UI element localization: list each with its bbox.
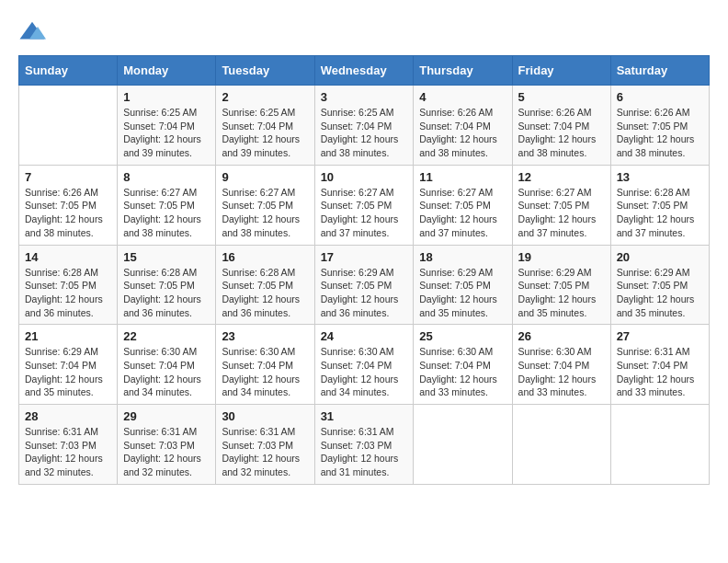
day-number: 18: [419, 250, 506, 264]
day-number: 23: [222, 329, 308, 343]
day-number: 24: [321, 329, 408, 343]
day-number: 19: [518, 250, 605, 264]
day-number: 20: [617, 250, 703, 264]
cell-content: Sunrise: 6:28 AMSunset: 7:05 PMDaylight:…: [123, 266, 210, 320]
day-number: 9: [222, 170, 308, 184]
calendar-cell: 22Sunrise: 6:30 AMSunset: 7:04 PMDayligh…: [118, 325, 216, 405]
calendar-cell: 11Sunrise: 6:27 AMSunset: 7:05 PMDayligh…: [414, 165, 512, 245]
calendar-table: SundayMondayTuesdayWednesdayThursdayFrid…: [18, 55, 710, 485]
calendar-cell: 15Sunrise: 6:28 AMSunset: 7:05 PMDayligh…: [118, 245, 216, 325]
calendar-cell: 27Sunrise: 6:31 AMSunset: 7:04 PMDayligh…: [610, 325, 709, 405]
calendar-cell: 10Sunrise: 6:27 AMSunset: 7:05 PMDayligh…: [314, 165, 414, 245]
day-number: 6: [617, 90, 703, 104]
calendar-cell: 5Sunrise: 6:26 AMSunset: 7:04 PMDaylight…: [512, 86, 610, 166]
cell-content: Sunrise: 6:31 AMSunset: 7:03 PMDaylight:…: [123, 425, 210, 479]
header-thursday: Thursday: [414, 56, 512, 86]
cell-content: Sunrise: 6:30 AMSunset: 7:04 PMDaylight:…: [518, 345, 605, 399]
week-row-2: 7Sunrise: 6:26 AMSunset: 7:05 PMDaylight…: [19, 165, 710, 245]
header-wednesday: Wednesday: [314, 56, 414, 86]
cell-content: Sunrise: 6:31 AMSunset: 7:03 PMDaylight:…: [222, 425, 308, 479]
week-row-5: 28Sunrise: 6:31 AMSunset: 7:03 PMDayligh…: [19, 405, 710, 485]
calendar-cell: 1Sunrise: 6:25 AMSunset: 7:04 PMDaylight…: [118, 86, 216, 166]
cell-content: Sunrise: 6:28 AMSunset: 7:05 PMDaylight:…: [222, 266, 308, 320]
day-number: 2: [222, 90, 308, 104]
calendar-cell: [610, 405, 709, 485]
day-number: 29: [123, 409, 210, 423]
calendar-cell: 8Sunrise: 6:27 AMSunset: 7:05 PMDaylight…: [118, 165, 216, 245]
week-row-3: 14Sunrise: 6:28 AMSunset: 7:05 PMDayligh…: [19, 245, 710, 325]
cell-content: Sunrise: 6:30 AMSunset: 7:04 PMDaylight:…: [123, 345, 210, 399]
calendar-cell: 19Sunrise: 6:29 AMSunset: 7:05 PMDayligh…: [512, 245, 610, 325]
logo: [18, 18, 50, 46]
cell-content: Sunrise: 6:27 AMSunset: 7:05 PMDaylight:…: [518, 186, 605, 240]
cell-content: Sunrise: 6:29 AMSunset: 7:04 PMDaylight:…: [25, 345, 111, 399]
calendar-cell: 23Sunrise: 6:30 AMSunset: 7:04 PMDayligh…: [216, 325, 314, 405]
week-row-4: 21Sunrise: 6:29 AMSunset: 7:04 PMDayligh…: [19, 325, 710, 405]
calendar-cell: 6Sunrise: 6:26 AMSunset: 7:05 PMDaylight…: [610, 86, 709, 166]
cell-content: Sunrise: 6:29 AMSunset: 7:05 PMDaylight:…: [518, 266, 605, 320]
day-number: 22: [123, 329, 210, 343]
calendar-cell: 26Sunrise: 6:30 AMSunset: 7:04 PMDayligh…: [512, 325, 610, 405]
day-number: 11: [419, 170, 506, 184]
calendar-cell: [414, 405, 512, 485]
calendar-cell: 24Sunrise: 6:30 AMSunset: 7:04 PMDayligh…: [314, 325, 414, 405]
cell-content: Sunrise: 6:28 AMSunset: 7:05 PMDaylight:…: [617, 186, 703, 240]
day-number: 8: [123, 170, 210, 184]
calendar-cell: 25Sunrise: 6:30 AMSunset: 7:04 PMDayligh…: [414, 325, 512, 405]
calendar-cell: 7Sunrise: 6:26 AMSunset: 7:05 PMDaylight…: [19, 165, 118, 245]
calendar-cell: 16Sunrise: 6:28 AMSunset: 7:05 PMDayligh…: [216, 245, 314, 325]
cell-content: Sunrise: 6:26 AMSunset: 7:05 PMDaylight:…: [25, 186, 111, 240]
calendar-cell: 4Sunrise: 6:26 AMSunset: 7:04 PMDaylight…: [414, 86, 512, 166]
day-number: 10: [321, 170, 408, 184]
day-number: 3: [321, 90, 408, 104]
cell-content: Sunrise: 6:26 AMSunset: 7:04 PMDaylight:…: [518, 106, 605, 160]
calendar-cell: 2Sunrise: 6:25 AMSunset: 7:04 PMDaylight…: [216, 86, 314, 166]
cell-content: Sunrise: 6:25 AMSunset: 7:04 PMDaylight:…: [123, 106, 210, 160]
header-friday: Friday: [512, 56, 610, 86]
cell-content: Sunrise: 6:26 AMSunset: 7:04 PMDaylight:…: [419, 106, 506, 160]
logo-icon: [18, 18, 46, 46]
day-number: 27: [617, 329, 703, 343]
cell-content: Sunrise: 6:30 AMSunset: 7:04 PMDaylight:…: [222, 345, 308, 399]
cell-content: Sunrise: 6:27 AMSunset: 7:05 PMDaylight:…: [123, 186, 210, 240]
header-monday: Monday: [118, 56, 216, 86]
day-number: 5: [518, 90, 605, 104]
header-tuesday: Tuesday: [216, 56, 314, 86]
cell-content: Sunrise: 6:27 AMSunset: 7:05 PMDaylight:…: [419, 186, 506, 240]
day-number: 7: [25, 170, 111, 184]
calendar-cell: [19, 86, 118, 166]
calendar-cell: 20Sunrise: 6:29 AMSunset: 7:05 PMDayligh…: [610, 245, 709, 325]
cell-content: Sunrise: 6:27 AMSunset: 7:05 PMDaylight:…: [222, 186, 308, 240]
calendar-cell: 14Sunrise: 6:28 AMSunset: 7:05 PMDayligh…: [19, 245, 118, 325]
calendar-cell: 3Sunrise: 6:25 AMSunset: 7:04 PMDaylight…: [314, 86, 414, 166]
calendar-cell: 17Sunrise: 6:29 AMSunset: 7:05 PMDayligh…: [314, 245, 414, 325]
day-number: 21: [25, 329, 111, 343]
cell-content: Sunrise: 6:30 AMSunset: 7:04 PMDaylight:…: [321, 345, 408, 399]
cell-content: Sunrise: 6:31 AMSunset: 7:03 PMDaylight:…: [321, 425, 408, 479]
header-saturday: Saturday: [610, 56, 709, 86]
calendar-header-row: SundayMondayTuesdayWednesdayThursdayFrid…: [19, 56, 710, 86]
day-number: 25: [419, 329, 506, 343]
day-number: 1: [123, 90, 210, 104]
cell-content: Sunrise: 6:29 AMSunset: 7:05 PMDaylight:…: [419, 266, 506, 320]
calendar-cell: 28Sunrise: 6:31 AMSunset: 7:03 PMDayligh…: [19, 405, 118, 485]
day-number: 31: [321, 409, 408, 423]
day-number: 17: [321, 250, 408, 264]
week-row-1: 1Sunrise: 6:25 AMSunset: 7:04 PMDaylight…: [19, 86, 710, 166]
cell-content: Sunrise: 6:25 AMSunset: 7:04 PMDaylight:…: [222, 106, 308, 160]
header-sunday: Sunday: [19, 56, 118, 86]
day-number: 30: [222, 409, 308, 423]
calendar-cell: 9Sunrise: 6:27 AMSunset: 7:05 PMDaylight…: [216, 165, 314, 245]
calendar-cell: [512, 405, 610, 485]
calendar-cell: 13Sunrise: 6:28 AMSunset: 7:05 PMDayligh…: [610, 165, 709, 245]
cell-content: Sunrise: 6:30 AMSunset: 7:04 PMDaylight:…: [419, 345, 506, 399]
day-number: 28: [25, 409, 111, 423]
cell-content: Sunrise: 6:29 AMSunset: 7:05 PMDaylight:…: [321, 266, 408, 320]
cell-content: Sunrise: 6:29 AMSunset: 7:05 PMDaylight:…: [617, 266, 703, 320]
cell-content: Sunrise: 6:27 AMSunset: 7:05 PMDaylight:…: [321, 186, 408, 240]
day-number: 12: [518, 170, 605, 184]
cell-content: Sunrise: 6:31 AMSunset: 7:04 PMDaylight:…: [617, 345, 703, 399]
cell-content: Sunrise: 6:26 AMSunset: 7:05 PMDaylight:…: [617, 106, 703, 160]
calendar-cell: 31Sunrise: 6:31 AMSunset: 7:03 PMDayligh…: [314, 405, 414, 485]
day-number: 14: [25, 250, 111, 264]
